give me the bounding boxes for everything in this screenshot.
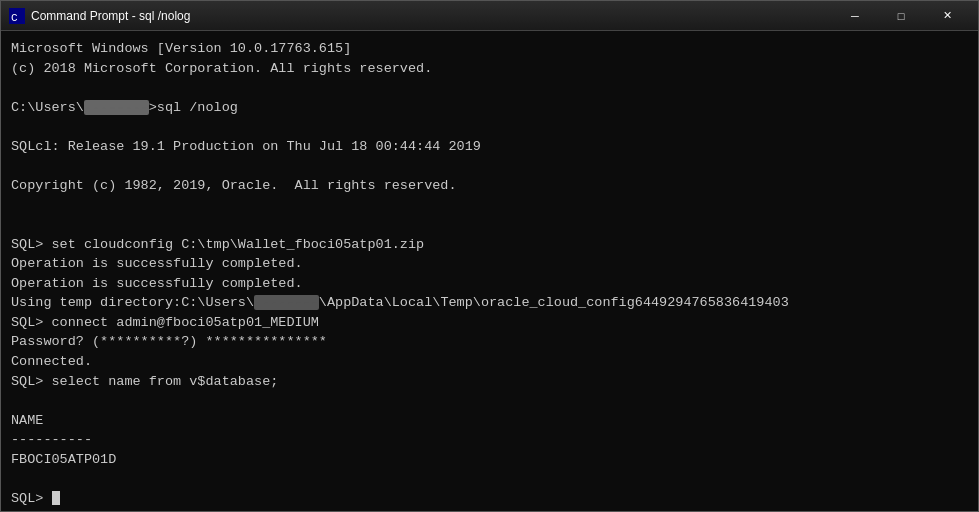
terminal-line-15: ---------- <box>11 430 968 450</box>
close-button[interactable]: ✕ <box>924 1 970 31</box>
app-icon: C <box>9 8 25 24</box>
terminal-prompt-line: SQL> <box>11 489 968 509</box>
terminal-line-11: Password? (**********?) *************** <box>11 332 968 352</box>
terminal-line-7: Operation is successfully completed. <box>11 254 968 274</box>
terminal-line-3: C:\Users\-------->sql /nolog <box>11 98 968 118</box>
terminal-line-16: FBOCI05ATP01D <box>11 450 968 470</box>
terminal-line-1: Microsoft Windows [Version 10.0.17763.61… <box>11 39 968 59</box>
terminal-line-5: Copyright (c) 1982, 2019, Oracle. All ri… <box>11 176 968 196</box>
terminal-line-10: SQL> connect admin@fboci05atp01_MEDIUM <box>11 313 968 333</box>
maximize-button[interactable]: □ <box>878 1 924 31</box>
window-controls: ─ □ ✕ <box>832 1 970 31</box>
terminal-blank-2 <box>11 117 968 137</box>
terminal-line-4: SQLcl: Release 19.1 Production on Thu Ju… <box>11 137 968 157</box>
terminal-line-13: SQL> select name from v$database; <box>11 372 968 392</box>
terminal-blank-4 <box>11 196 968 216</box>
terminal-line-8: Operation is successfully completed. <box>11 274 968 294</box>
terminal-line-12: Connected. <box>11 352 968 372</box>
svg-text:C: C <box>11 12 18 24</box>
terminal-blank-7 <box>11 469 968 489</box>
cursor-blink <box>52 491 60 505</box>
terminal-line-9: Using temp directory:C:\Users\--------\A… <box>11 293 968 313</box>
terminal-body[interactable]: Microsoft Windows [Version 10.0.17763.61… <box>1 31 978 511</box>
terminal-blank-6 <box>11 391 968 411</box>
terminal-blank-3 <box>11 156 968 176</box>
cmd-window: C Command Prompt - sql /nolog ─ □ ✕ Micr… <box>0 0 979 512</box>
minimize-button[interactable]: ─ <box>832 1 878 31</box>
window-title: Command Prompt - sql /nolog <box>31 9 832 23</box>
terminal-line-6: SQL> set cloudconfig C:\tmp\Wallet_fboci… <box>11 235 968 255</box>
terminal-line-14: NAME <box>11 411 968 431</box>
terminal-blank-1 <box>11 78 968 98</box>
title-bar: C Command Prompt - sql /nolog ─ □ ✕ <box>1 1 978 31</box>
terminal-blank-5 <box>11 215 968 235</box>
terminal-line-2: (c) 2018 Microsoft Corporation. All righ… <box>11 59 968 79</box>
